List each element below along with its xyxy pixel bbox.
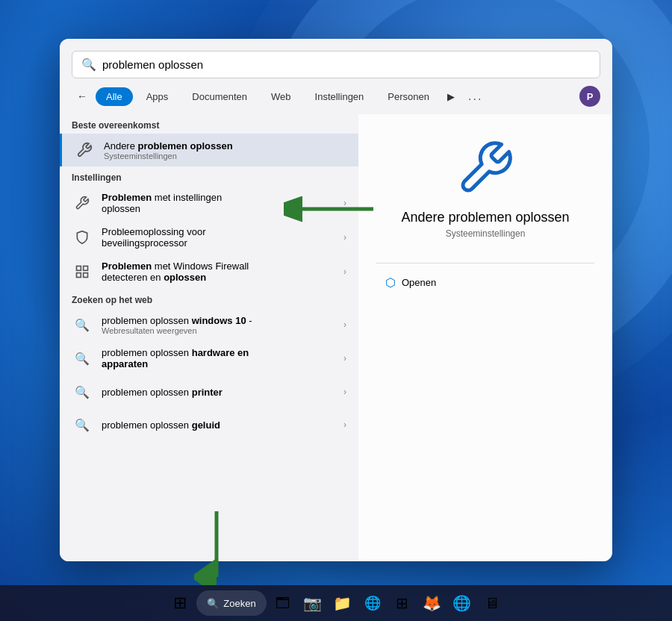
firewall-icon: [72, 261, 93, 282]
tab-apps[interactable]: Apps: [136, 87, 179, 106]
web-title-1: problemen oplossen windows 10 -: [102, 315, 335, 326]
web-text-2: problemen oplossen hardware enapparaten: [102, 347, 335, 369]
best-match-title: Andere problemen oplossen: [104, 140, 346, 152]
chevron-icon-3: ›: [343, 266, 346, 277]
search-input[interactable]: [102, 58, 591, 71]
web-title-4: problemen oplossen geluid: [102, 419, 335, 431]
web-item-3[interactable]: 🔍 problemen oplossen printer ›: [60, 375, 358, 408]
open-button[interactable]: ⬡ Openen: [376, 269, 594, 296]
shield-icon: [72, 227, 93, 248]
search-web-icon-3: 🔍: [72, 381, 93, 402]
detail-title: Andere problemen oplossen: [401, 210, 569, 225]
main-content: Beste overeenkomst Andere problemen oplo…: [60, 114, 612, 561]
web-subtitle-1: Webresultaten weergeven: [102, 326, 335, 335]
taskbar-firefox[interactable]: 🦊: [419, 590, 446, 617]
best-match-item[interactable]: Andere problemen oplossen Systeeminstell…: [60, 134, 358, 166]
green-arrow-down: [194, 511, 239, 589]
profile-button[interactable]: P: [579, 86, 600, 107]
search-web-icon-4: 🔍: [72, 414, 93, 435]
tab-instellingen[interactable]: Instellingen: [305, 87, 375, 106]
instellingen-title-3: Problemen met Windows Firewalldetecteren…: [102, 260, 335, 283]
taskbar-search-label: Zoeken: [223, 598, 255, 609]
play-icon-button[interactable]: ▶: [443, 87, 459, 106]
web-item-2[interactable]: 🔍 problemen oplossen hardware enapparate…: [60, 341, 358, 375]
best-match-text: Andere problemen oplossen Systeeminstell…: [104, 140, 346, 160]
web-title-2: problemen oplossen hardware enapparaten: [102, 347, 335, 369]
taskbar-files[interactable]: 📁: [329, 590, 356, 617]
taskbar-task-view[interactable]: 🗔: [270, 590, 296, 617]
tab-personen[interactable]: Personen: [377, 87, 440, 106]
back-button[interactable]: ←: [72, 86, 93, 107]
taskbar-search-icon: 🔍: [207, 598, 219, 609]
instellingen-header: Instellingen: [60, 166, 358, 186]
search-icon: 🔍: [81, 57, 96, 72]
more-button[interactable]: ...: [462, 86, 488, 107]
svg-rect-1: [84, 266, 88, 271]
svg-rect-0: [77, 266, 81, 271]
open-icon: ⬡: [385, 275, 396, 290]
detail-wrench-icon: [455, 138, 515, 198]
chevron-web-1: ›: [343, 319, 346, 330]
divider: [376, 263, 594, 263]
web-header: Zoeken op het web: [60, 289, 358, 308]
svg-rect-3: [84, 273, 88, 278]
instellingen-text-3: Problemen met Windows Firewalldetecteren…: [102, 260, 335, 283]
taskbar-settings[interactable]: 🖥: [479, 590, 505, 617]
web-item-1[interactable]: 🔍 problemen oplossen windows 10 - Webres…: [60, 308, 358, 341]
chevron-web-4: ›: [343, 419, 346, 430]
chevron-web-3: ›: [343, 387, 346, 397]
web-item-4[interactable]: 🔍 problemen oplossen geluid ›: [60, 408, 358, 441]
green-arrow-left: [284, 190, 381, 231]
search-window: 🔍 ← Alle Apps Documenten Web Instellinge…: [60, 39, 612, 561]
left-panel: Beste overeenkomst Andere problemen oplo…: [60, 114, 358, 561]
best-match-subtitle: Systeeminstellingen: [104, 152, 346, 160]
instellingen-item-3[interactable]: Problemen met Windows Firewalldetecteren…: [60, 255, 358, 289]
search-web-icon-2: 🔍: [72, 348, 93, 369]
tab-alle[interactable]: Alle: [96, 87, 133, 106]
search-bar-area: 🔍: [60, 39, 612, 78]
web-text-4: problemen oplossen geluid: [102, 419, 335, 431]
search-web-icon-1: 🔍: [72, 314, 93, 335]
tab-documenten[interactable]: Documenten: [181, 87, 258, 106]
chevron-icon-2: ›: [343, 232, 346, 243]
wrench-icon: [74, 140, 95, 160]
chevron-web-2: ›: [343, 353, 346, 363]
filter-tabs: ← Alle Apps Documenten Web Instellingen …: [60, 78, 612, 107]
web-text-1: problemen oplossen windows 10 - Webresul…: [102, 315, 335, 335]
open-label: Openen: [402, 277, 436, 288]
taskbar: ⊞ 🔍 Zoeken 🗔 📷 📁 🌐 ⊞ 🦊 🌐 🖥: [0, 585, 672, 621]
taskbar-search-button[interactable]: 🔍 Zoeken: [196, 590, 266, 616]
taskbar-store[interactable]: ⊞: [389, 590, 416, 617]
search-bar: 🔍: [72, 51, 600, 78]
settings-wrench-icon: [72, 193, 93, 213]
detail-subtitle: Systeeminstellingen: [446, 228, 526, 239]
right-panel: Andere problemen oplossen Systeeminstell…: [358, 114, 612, 561]
taskbar-edge[interactable]: 🌐: [359, 590, 386, 617]
tab-web[interactable]: Web: [261, 87, 302, 106]
web-text-3: problemen oplossen printer: [102, 387, 335, 398]
web-title-3: problemen oplossen printer: [102, 387, 335, 398]
start-button[interactable]: ⊞: [167, 590, 193, 617]
taskbar-browser2[interactable]: 🌐: [449, 590, 476, 617]
taskbar-camera[interactable]: 📷: [299, 590, 326, 617]
svg-rect-2: [77, 273, 81, 278]
best-match-header: Beste overeenkomst: [60, 114, 358, 134]
